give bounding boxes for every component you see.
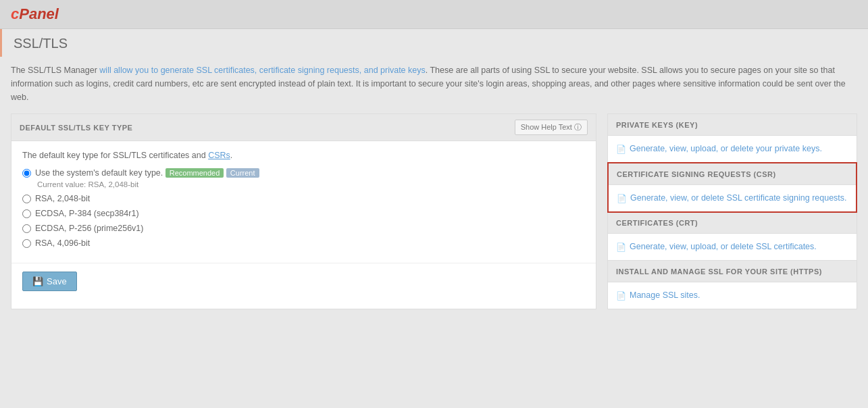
csr-link-text: Generate, view, or delete SSL certificat… (630, 192, 847, 205)
main-content: DEFAULT SSL/TLS KEY TYPE Show Help Text … (0, 113, 868, 320)
private-keys-link-text: Generate, view, upload, or delete your p… (630, 143, 822, 155)
certificates-link-text: Generate, view, upload, or delete SSL ce… (630, 240, 817, 253)
panel-header: DEFAULT SSL/TLS KEY TYPE Show Help Text … (11, 114, 596, 141)
page-title: SSL/TLS (14, 36, 857, 51)
certificates-title: CERTIFICATES (CRT) (616, 219, 698, 227)
radio-rsa4096[interactable] (22, 239, 31, 248)
radio-ecdsa384[interactable] (22, 209, 31, 218)
right-section-certificates: CERTIFICATES (CRT) 📄 Generate, view, upl… (607, 212, 857, 261)
logo-c: c (11, 5, 19, 22)
ssl-certs-link[interactable]: will allow you to generate SSL certifica… (99, 66, 425, 75)
current-value-text: Current value: RSA, 2,048-bit (37, 180, 585, 188)
install-ssl-header: INSTALL AND MANAGE SSL FOR YOUR SITE (HT… (608, 261, 857, 282)
badge-current: Current (226, 168, 259, 178)
csr-title: CERTIFICATE SIGNING REQUESTS (CSR) (617, 170, 776, 178)
radio-option-system: Use the system's default key type. Recom… (22, 168, 585, 178)
page-description: The SSL/TLS Manager will allow you to ge… (0, 57, 868, 113)
certificates-link[interactable]: 📄 Generate, view, upload, or delete SSL … (616, 240, 848, 253)
save-area: 💾 Save (11, 263, 596, 299)
radio-ecdsa384-label[interactable]: ECDSA, P-384 (secp384r1) (35, 209, 139, 218)
certificates-body: 📄 Generate, view, upload, or delete SSL … (608, 234, 857, 260)
cpanel-logo: cPanel (11, 5, 857, 23)
right-section-private-keys: PRIVATE KEYS (KEY) 📄 Generate, view, upl… (607, 113, 857, 163)
description-text: The SSL/TLS Manager will allow you to ge… (11, 66, 846, 102)
file-icon-ssl: 📄 (616, 290, 626, 302)
left-panel: DEFAULT SSL/TLS KEY TYPE Show Help Text … (11, 113, 596, 309)
file-icon-crt: 📄 (616, 241, 626, 253)
radio-option-ecdsa384: ECDSA, P-384 (secp384r1) (22, 209, 585, 218)
radio-rsa4096-label[interactable]: RSA, 4,096-bit (35, 238, 90, 248)
file-icon-csr: 📄 (617, 193, 627, 205)
radio-option-rsa4096: RSA, 4,096-bit (22, 238, 585, 248)
right-panel: PRIVATE KEYS (KEY) 📄 Generate, view, upl… (607, 113, 857, 309)
manage-ssl-link-text: Manage SSL sites. (630, 289, 700, 302)
show-help-button[interactable]: Show Help Text ⓘ (515, 120, 588, 135)
badge-recommended: Recommended (165, 168, 224, 178)
radio-rsa2048-label[interactable]: RSA, 2,048-bit (35, 194, 90, 203)
csr-link[interactable]: 📄 Generate, view, or delete SSL certific… (617, 192, 848, 205)
file-icon-private: 📄 (616, 143, 626, 155)
top-bar: cPanel (0, 0, 868, 29)
radio-ecdsa256[interactable] (22, 224, 31, 233)
certificates-header: CERTIFICATES (CRT) (608, 212, 857, 234)
radio-rsa2048[interactable] (22, 195, 31, 203)
page-header: SSL/TLS (0, 29, 868, 57)
private-keys-title: PRIVATE KEYS (KEY) (616, 121, 698, 129)
save-button[interactable]: 💾 Save (22, 272, 77, 291)
panel-body: The default key type for SSL/TLS certifi… (11, 141, 596, 263)
panel-title: DEFAULT SSL/TLS KEY TYPE (20, 124, 132, 132)
radio-system[interactable] (22, 169, 31, 178)
csrs-link[interactable]: CSRs (208, 151, 230, 160)
right-section-csr: CERTIFICATE SIGNING REQUESTS (CSR) 📄 Gen… (607, 162, 857, 213)
csr-header: CERTIFICATE SIGNING REQUESTS (CSR) (609, 163, 856, 185)
radio-option-rsa2048: RSA, 2,048-bit (22, 194, 585, 203)
private-keys-header: PRIVATE KEYS (KEY) (608, 114, 857, 136)
radio-option-ecdsa256: ECDSA, P-256 (prime256v1) (22, 224, 585, 233)
radio-ecdsa256-label[interactable]: ECDSA, P-256 (prime256v1) (35, 224, 143, 233)
save-icon: 💾 (32, 276, 43, 286)
manage-ssl-link[interactable]: 📄 Manage SSL sites. (616, 289, 848, 302)
logo-panel: Panel (19, 5, 59, 22)
private-keys-body: 📄 Generate, view, upload, or delete your… (608, 136, 857, 162)
private-keys-link[interactable]: 📄 Generate, view, upload, or delete your… (616, 143, 848, 155)
panel-description: The default key type for SSL/TLS certifi… (22, 151, 585, 160)
radio-system-label[interactable]: Use the system's default key type. Recom… (35, 168, 259, 178)
save-label: Save (47, 276, 67, 286)
csr-body: 📄 Generate, view, or delete SSL certific… (609, 185, 856, 211)
right-section-install-ssl: INSTALL AND MANAGE SSL FOR YOUR SITE (HT… (607, 261, 857, 309)
install-ssl-title: INSTALL AND MANAGE SSL FOR YOUR SITE (HT… (616, 267, 822, 276)
install-ssl-body: 📄 Manage SSL sites. (608, 282, 857, 309)
